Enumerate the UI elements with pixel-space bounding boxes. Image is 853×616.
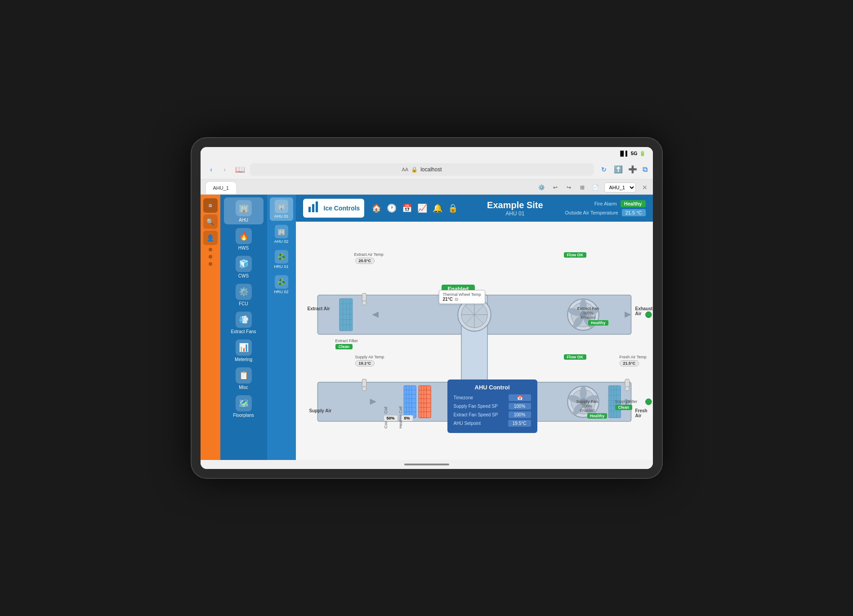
sidebar-item-ahu[interactable]: 🏢 AHU	[224, 197, 263, 224]
svg-rect-25	[419, 386, 431, 418]
extract-fan-label: Extract Fan	[577, 306, 599, 311]
sub-nav-ahu02[interactable]: 🏢 AHU 02	[270, 223, 293, 246]
outside-air-temp-value: 21.5 °C	[622, 209, 646, 216]
header-center: Example Site AHU 01	[465, 200, 565, 217]
ahu-setpoint-value[interactable]: 19.5°C	[508, 420, 531, 427]
home-nav-icon[interactable]: 🏠	[371, 203, 381, 213]
supply-fan-status-badge: Healthy	[587, 413, 607, 419]
sidebar-label-fcu: FCU	[239, 301, 248, 306]
ipad-screen: ▐▌▌ 5G 🔋 ‹ › 📖 AA 🔒 localhost ↻ ⬆️ ➕ ⧉	[201, 147, 653, 469]
sidebar-label-extract-fans: Extract Fans	[231, 329, 256, 334]
thermal-wheel-temp-popup[interactable]: Thermal Wheel Temp 21°C ⊙	[439, 290, 485, 304]
back-button[interactable]: ‹	[206, 164, 217, 175]
grid-view-button[interactable]: ⊞	[577, 183, 587, 192]
bookmarks-button[interactable]: 📖	[235, 164, 246, 175]
sub-nav-hru01[interactable]: ♻️ HRU 01	[270, 248, 293, 271]
settings-button[interactable]: ⚙️	[537, 183, 547, 192]
sidebar-item-extract-fans[interactable]: 💨 Extract Fans	[224, 309, 263, 336]
timezone-row: Timezone 📅	[454, 394, 531, 401]
svg-rect-82	[625, 379, 630, 387]
close-tab-button[interactable]: ✕	[642, 184, 648, 191]
svg-rect-80	[362, 379, 366, 387]
redo-button[interactable]: ↪	[564, 183, 574, 192]
search-strip-button[interactable]: 🔍	[203, 214, 218, 229]
logo-text: Ice Controls	[324, 205, 360, 212]
calendar-nav-icon[interactable]: 📅	[402, 203, 412, 213]
undo-button[interactable]: ↩	[550, 183, 560, 192]
sidebar-item-metering[interactable]: 📊 Metering	[224, 337, 263, 364]
active-tab[interactable]: AHU_1	[206, 182, 236, 194]
nav-sidebar: 🏢 AHU 🔥 HWS 🧊 CWS ⚙️ FCU 💨 Extract	[220, 195, 267, 460]
forward-button[interactable]: ›	[219, 164, 230, 175]
hamburger-button[interactable]: ≡	[203, 198, 218, 213]
sidebar-label-misc: Misc	[239, 385, 248, 390]
lock-nav-icon[interactable]: 🔒	[448, 203, 458, 213]
fresh-air-label: Fresh Air	[635, 408, 653, 418]
site-name: Example Site	[465, 200, 565, 210]
supply-fan-label: Supply Fan	[576, 399, 598, 404]
user-strip-button[interactable]: 👤	[203, 231, 218, 245]
supply-fan-sp-value[interactable]: 100%	[509, 403, 531, 410]
extract-fan-percent: 100%	[577, 311, 599, 315]
svg-rect-2	[316, 201, 318, 212]
sub-nav-label-hru01: HRU 01	[274, 264, 288, 269]
extract-air-temp-label: Extract Air Temp	[354, 252, 384, 257]
supply-fan-sp-label: Supply Fan Speed SP	[454, 404, 498, 409]
sidebar-item-misc[interactable]: 📋 Misc	[224, 365, 263, 392]
nav-dot-3[interactable]	[209, 262, 212, 266]
metering-icon: 📊	[236, 339, 252, 356]
timezone-label: Timezone	[454, 395, 473, 400]
document-button[interactable]: 📄	[591, 183, 601, 192]
header-right: Fire Alarm Healthy Outside Air Temperatu…	[565, 200, 645, 216]
sub-nav: 🏢 AHU 01 🏢 AHU 02 ♻️ HRU 01 ♻️ HRU 02	[267, 195, 296, 460]
sidebar-item-fcu[interactable]: ⚙️ FCU	[224, 281, 263, 308]
misc-icon: 📋	[236, 367, 252, 384]
nav-dot-2[interactable]	[209, 255, 212, 259]
new-tab-button[interactable]: ➕	[628, 165, 637, 174]
chart-nav-icon[interactable]: 📈	[417, 203, 427, 213]
share-button[interactable]: ⬆️	[614, 165, 623, 174]
floorplans-icon: 🗺️	[236, 395, 252, 411]
extract-fans-icon: 💨	[236, 312, 252, 328]
supply-air-temp-badge[interactable]: 19.1°C	[355, 360, 375, 366]
sidebar-label-cws: CWS	[238, 273, 249, 278]
sidebar-item-floorplans[interactable]: 🗺️ Floorplans	[224, 393, 263, 420]
address-bar[interactable]: AA 🔒 localhost	[250, 163, 594, 176]
supply-filter-badge: Clean	[615, 405, 633, 410]
url-display: localhost	[420, 166, 442, 173]
nav-dot-1[interactable]	[209, 248, 212, 251]
ahu-setpoint-row: AHU Setpoint 19.5°C	[454, 420, 531, 427]
extract-fan-sp-value[interactable]: 100%	[509, 411, 531, 418]
sub-nav-ahu01[interactable]: 🏢 AHU 01	[270, 197, 293, 221]
extract-fan-sp-row: Extract Fan Speed SP 100%	[454, 411, 531, 418]
ahu-control-panel: AHU Control Timezone 📅 Supply Fan Speed …	[447, 379, 537, 433]
sidebar-label-hws: HWS	[238, 246, 249, 250]
sub-nav-label-hru02: HRU 02	[274, 290, 288, 294]
sidebar-item-cws[interactable]: 🧊 CWS	[224, 253, 263, 280]
extract-fan-status-badge: Healthy	[588, 320, 608, 326]
flow-ok-upper-badge: Flow OK	[564, 252, 587, 258]
exhaust-air-label: Exhaust Air	[635, 306, 653, 316]
svg-rect-6	[339, 299, 352, 331]
tabs-button[interactable]: ⧉	[643, 165, 648, 174]
ahu-header: Ice Controls 🏠 🕐 📅 📈 🔔 🔒 Example Site AH…	[296, 195, 653, 222]
fire-alarm-label: Fire Alarm	[594, 201, 617, 206]
history-nav-icon[interactable]: 🕐	[387, 203, 397, 213]
bell-nav-icon[interactable]: 🔔	[433, 203, 442, 213]
extract-air-temp-badge[interactable]: 20.5°C	[355, 258, 375, 264]
tab-controls: ⚙️ ↩ ↪ ⊞ 📄 AHU_1 ✕	[537, 183, 648, 194]
ahu-dropdown[interactable]: AHU_1	[604, 183, 636, 192]
home-indicator[interactable]	[404, 464, 449, 465]
sidebar-item-hws[interactable]: 🔥 HWS	[224, 225, 263, 252]
reload-button[interactable]: ↻	[598, 164, 609, 175]
svg-point-81	[362, 387, 366, 391]
sub-nav-label-ahu02: AHU 02	[274, 239, 289, 244]
fresh-air-temp-badge[interactable]: 21.5°C	[620, 360, 639, 366]
extract-fan-info: Extract Fan 100% Enabled Healthy	[577, 306, 599, 320]
supply-fan-info: Supply Fan 100% Enabled Healthy	[576, 399, 598, 413]
timezone-value[interactable]: 📅	[509, 394, 531, 401]
sub-nav-hru02[interactable]: ♻️ HRU 02	[270, 273, 293, 296]
signal-icon: ▐▌▌	[618, 151, 629, 156]
aa-label: AA	[402, 167, 408, 172]
extract-filter-badge[interactable]: Clean	[335, 344, 353, 349]
